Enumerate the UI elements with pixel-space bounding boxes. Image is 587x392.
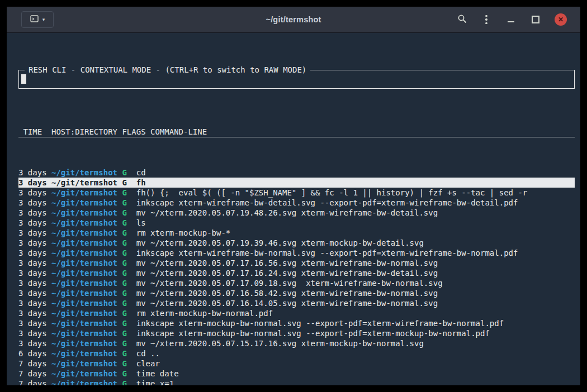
column-header-command-line: COMMAND-LINE xyxy=(150,127,207,137)
row-flag: G xyxy=(122,358,136,369)
row-flag: G xyxy=(122,308,136,318)
row-directory: ~/git/termshot xyxy=(51,379,122,385)
chevron-down-icon[interactable]: ▾ xyxy=(42,17,45,22)
history-row[interactable]: 6 days~/git/termshotGcd .. xyxy=(18,348,575,358)
row-flag: G xyxy=(122,228,136,238)
row-directory: ~/git/termshot xyxy=(51,268,122,278)
row-directory: ~/git/termshot xyxy=(51,238,122,248)
minimize-button[interactable] xyxy=(505,14,517,25)
search-button[interactable] xyxy=(456,14,467,25)
row-flag: G xyxy=(122,208,136,218)
row-command: ls xyxy=(136,218,575,228)
row-directory: ~/git/termshot xyxy=(51,178,122,188)
row-time: 7 days xyxy=(18,379,51,385)
row-directory: ~/git/termshot xyxy=(51,358,122,369)
row-command: mv ~/xterm.2020.05.07.17.16.24.svg xterm… xyxy=(136,268,575,278)
history-row[interactable]: 3 days~/git/termshotGcd xyxy=(18,168,575,178)
minimize-icon xyxy=(508,21,514,22)
table-header: TIME HOST:DIRECTORY FLAGS COMMAND-LINE xyxy=(18,127,575,137)
row-directory: ~/git/termshot xyxy=(51,188,122,198)
history-row[interactable]: 3 days~/git/termshotGinkscape xterm-wire… xyxy=(18,198,575,208)
row-directory: ~/git/termshot xyxy=(51,248,122,258)
history-row[interactable]: 3 days~/git/termshotGmv ~/xterm.2020.05.… xyxy=(18,268,575,278)
menu-button[interactable] xyxy=(481,14,492,25)
row-command: mv ~/xterm.2020.05.07.17.09.18.svg xterm… xyxy=(136,278,575,288)
history-row[interactable]: 3 days~/git/termshotGrm xterm-mockup-bw-… xyxy=(18,308,575,318)
row-command: inkscape xterm-mockup-bw-normal.svg --ex… xyxy=(136,328,575,338)
row-flag: G xyxy=(122,188,136,198)
row-time: 3 days xyxy=(18,178,51,188)
history-row[interactable]: 3 days~/git/termshotGls xyxy=(18,218,575,228)
row-flag: G xyxy=(122,178,136,188)
row-time: 3 days xyxy=(18,228,51,238)
row-flag: G xyxy=(122,338,136,348)
row-command: mv ~/xterm.2020.05.07.17.16.56.svg xterm… xyxy=(136,258,575,268)
restore-button[interactable] xyxy=(530,14,541,25)
row-directory: ~/git/termshot xyxy=(51,338,122,348)
row-time: 3 days xyxy=(18,208,51,218)
row-directory: ~/git/termshot xyxy=(51,348,122,358)
terminal-window: ▾ ~/git/termshot ✕ xyxy=(7,7,580,385)
history-row[interactable]: 7 days~/git/termshotGtime x=1 xyxy=(18,379,575,385)
row-command: mv ~/xterm.2020.05.07.19.48.26.svg xterm… xyxy=(136,208,575,218)
row-directory: ~/git/termshot xyxy=(51,228,122,238)
history-row[interactable]: 3 days~/git/termshotGmv ~/xterm.2020.05.… xyxy=(18,258,575,268)
row-time: 7 days xyxy=(18,369,51,379)
history-row[interactable]: 3 days~/git/termshotGmv ~/xterm.2020.05.… xyxy=(18,338,575,348)
history-row[interactable]: 3 days~/git/termshotGrm xterm-mockup-bw-… xyxy=(18,228,575,238)
history-row[interactable]: 3 days~/git/termshotGmv ~/xterm.2020.05.… xyxy=(18,238,575,248)
close-button[interactable]: ✕ xyxy=(555,13,567,26)
row-flag: G xyxy=(122,268,136,278)
new-tab-button[interactable]: ▾ xyxy=(21,11,54,28)
row-flag: G xyxy=(122,288,136,298)
row-time: 3 days xyxy=(18,198,51,208)
history-row[interactable]: 3 days~/git/termshotGinkscape xterm-mock… xyxy=(18,328,575,338)
new-terminal-icon xyxy=(30,15,39,25)
row-time: 3 days xyxy=(18,318,51,328)
row-time: 3 days xyxy=(18,278,51,288)
row-command: rm xterm-mockup-bw-normal.pdf xyxy=(136,308,575,318)
column-header-time: TIME xyxy=(18,127,51,137)
row-command: fh() {; eval $( ([ -n "$ZSH_NAME" ] && f… xyxy=(136,188,575,198)
history-row[interactable]: 3 days~/git/termshotGmv ~/xterm.2020.05.… xyxy=(18,208,575,218)
history-row[interactable]: 3 days~/git/termshotGinkscape xterm-mock… xyxy=(18,318,575,328)
row-time: 3 days xyxy=(18,338,51,348)
row-command: mv ~/xterm.2020.05.07.16.58.42.svg xterm… xyxy=(136,288,575,298)
row-flag: G xyxy=(122,238,136,248)
row-flag: G xyxy=(122,318,136,328)
history-row[interactable]: 3 days~/git/termshotGinkscape xterm-wire… xyxy=(18,248,575,258)
row-directory: ~/git/termshot xyxy=(51,288,122,298)
row-directory: ~/git/termshot xyxy=(51,168,122,178)
row-command: time x=1 xyxy=(136,379,575,385)
row-command: fh xyxy=(136,178,575,188)
row-directory: ~/git/termshot xyxy=(51,218,122,228)
row-command: inkscape xterm-wireframe-bw-detail.svg -… xyxy=(136,198,575,208)
history-row[interactable]: 3 days~/git/termshotGmv ~/xterm.2020.05.… xyxy=(18,288,575,298)
row-time: 3 days xyxy=(18,238,51,248)
kebab-menu-icon xyxy=(485,15,487,25)
terminal-content: RESH CLI - CONTEXTUAL MODE - (CTRL+R to … xyxy=(7,33,580,385)
row-flag: G xyxy=(122,198,136,208)
row-flag: G xyxy=(122,379,136,385)
row-time: 3 days xyxy=(18,328,51,338)
row-directory: ~/git/termshot xyxy=(51,258,122,268)
row-command: cd xyxy=(136,168,575,178)
history-row[interactable]: 3 days~/git/termshotGfh() {; eval $( ([ … xyxy=(18,188,575,198)
search-input[interactable]: RESH CLI - CONTEXTUAL MODE - (CTRL+R to … xyxy=(18,70,575,89)
row-directory: ~/git/termshot xyxy=(51,298,122,308)
history-row[interactable]: 7 days~/git/termshotGclear xyxy=(18,358,575,369)
row-directory: ~/git/termshot xyxy=(51,328,122,338)
history-row[interactable]: 3 days~/git/termshotGmv ~/xterm.2020.05.… xyxy=(18,298,575,308)
history-row[interactable]: 7 days~/git/termshotGtime date xyxy=(18,369,575,379)
row-directory: ~/git/termshot xyxy=(51,308,122,318)
mode-header: RESH CLI - CONTEXTUAL MODE - (CTRL+R to … xyxy=(25,65,310,75)
row-command: inkscape xterm-mockup-bw-normal.svg --ex… xyxy=(136,318,575,328)
history-row[interactable]: 3 days~/git/termshotGmv ~/xterm.2020.05.… xyxy=(18,278,575,288)
row-time: 3 days xyxy=(18,248,51,258)
row-flag: G xyxy=(122,328,136,338)
row-time: 7 days xyxy=(18,358,51,369)
row-time: 3 days xyxy=(18,288,51,298)
history-row[interactable]: 3 days~/git/termshotGfh xyxy=(18,178,575,188)
row-flag: G xyxy=(122,168,136,178)
row-time: 3 days xyxy=(18,218,51,228)
